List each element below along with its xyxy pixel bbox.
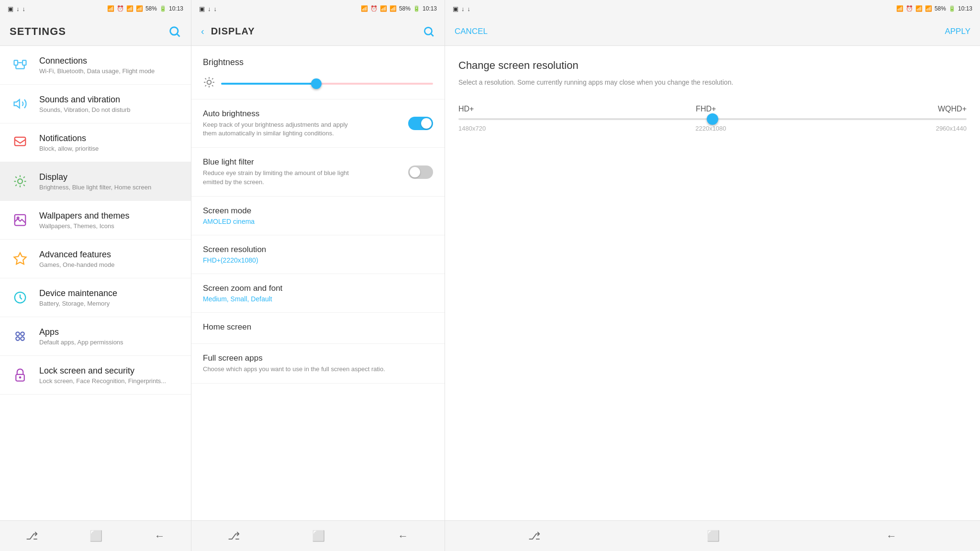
resolution-labels: HD+ FHD+ WQHD+: [458, 105, 967, 113]
screen-resolution-item[interactable]: Screen resolution FHD+(2220x1080): [191, 235, 445, 274]
display-title: Display: [39, 172, 151, 182]
maintenance-icon-wrapper: [10, 287, 31, 308]
screen-zoom-value: Medium, Small, Default: [203, 295, 433, 303]
brightness-slider-thumb[interactable]: [311, 78, 322, 89]
svg-point-12: [16, 337, 20, 341]
res-value-fhd: 2220x1080: [695, 125, 726, 132]
bluetooth-icon: 📶: [107, 5, 114, 12]
signal-icon-m: 📶: [390, 5, 397, 12]
sim-icon-r: ▣: [453, 5, 458, 12]
home-icon-r[interactable]: ⬜: [707, 530, 720, 542]
settings-panel: ▣ ↓ ↓ 📶 ⏰ 📶 📶 58% 🔋 10:13 SETTINGS: [0, 0, 191, 551]
battery-icon-right: 🔋: [948, 5, 956, 12]
svg-point-16: [424, 27, 432, 34]
wallpapers-subtitle: Wallpapers, Themes, Icons: [39, 222, 129, 230]
home-screen-item[interactable]: Home screen: [191, 313, 445, 344]
sidebar-item-wallpapers[interactable]: Wallpapers and themes Wallpapers, Themes…: [0, 201, 191, 240]
settings-title: SETTINGS: [10, 25, 168, 38]
svg-rect-5: [15, 137, 26, 146]
apply-button[interactable]: APPLY: [945, 27, 970, 36]
screen-zoom-item[interactable]: Screen zoom and font Medium, Small, Defa…: [191, 274, 445, 313]
brightness-low-icon: [203, 76, 215, 91]
alarm-icon-m: ⏰: [370, 5, 378, 12]
sounds-text: Sounds and vibration Sounds, Vibration, …: [39, 95, 131, 113]
resolution-title: Change screen resolution: [458, 59, 967, 72]
time-right: 10:13: [958, 5, 972, 12]
sidebar-item-display[interactable]: Display Brightness, Blue light filter, H…: [0, 162, 191, 201]
home-screen-title: Home screen: [203, 322, 433, 332]
recent-apps-icon-r[interactable]: ⎇: [528, 530, 540, 542]
display-title-header: DISPLAY: [211, 26, 423, 37]
upload-icon-m: ↓: [214, 5, 217, 12]
blue-light-toggle[interactable]: [408, 165, 433, 179]
svg-line-1: [177, 34, 179, 36]
resolution-slider-thumb[interactable]: [707, 113, 718, 125]
brightness-slider[interactable]: [221, 83, 433, 85]
resolution-content: Change screen resolution Select a resolu…: [445, 46, 980, 520]
svg-marker-4: [14, 99, 20, 108]
blue-light-item[interactable]: Blue light filter Reduce eye strain by l…: [191, 148, 445, 196]
settings-header-actions: [168, 25, 181, 38]
back-icon-m[interactable]: ←: [398, 530, 408, 542]
wallpapers-text: Wallpapers and themes Wallpapers, Themes…: [39, 211, 129, 230]
display-text: Display Brightness, Blue light filter, H…: [39, 172, 151, 191]
status-bar-middle: ▣ ↓ ↓ 📶 ⏰ 📶 📶 58% 🔋 10:13: [191, 0, 445, 17]
back-icon[interactable]: ←: [155, 530, 165, 542]
res-value-wqhd: 2960x1440: [936, 125, 967, 132]
maintenance-subtitle: Battery, Storage, Memory: [39, 300, 117, 307]
sidebar-item-lockscreen[interactable]: Lock screen and security Lock screen, Fa…: [0, 356, 191, 395]
battery-middle: 58%: [399, 5, 411, 12]
search-icon-display[interactable]: [423, 25, 435, 38]
maintenance-text: Device maintenance Battery, Storage, Mem…: [39, 288, 117, 307]
home-icon[interactable]: ⬜: [89, 530, 102, 542]
display-panel: ▣ ↓ ↓ 📶 ⏰ 📶 📶 58% 🔋 10:13 ‹ DISPLAY Brig…: [191, 0, 445, 551]
back-icon-r[interactable]: ←: [886, 530, 897, 542]
connections-text: Connections Wi-Fi, Bluetooth, Data usage…: [39, 56, 155, 75]
recent-apps-icon[interactable]: ⎇: [26, 530, 38, 542]
sidebar-item-notifications[interactable]: Notifications Block, allow, prioritise: [0, 123, 191, 162]
home-icon-m[interactable]: ⬜: [312, 530, 325, 542]
bottom-nav-right: ⎇ ⬜ ←: [445, 520, 980, 551]
download-icon-m: ↓: [208, 5, 211, 12]
sound-icon-wrapper: [10, 93, 31, 114]
svg-point-15: [20, 377, 21, 378]
back-button[interactable]: ‹: [201, 26, 204, 37]
status-left-right: ▣ ↓ ↓: [453, 5, 470, 12]
resolution-slider[interactable]: [458, 118, 967, 120]
screen-resolution-title: Screen resolution: [203, 245, 433, 254]
cancel-button[interactable]: CANCEL: [455, 27, 488, 36]
recent-apps-icon-m[interactable]: ⎇: [228, 530, 240, 542]
screen-zoom-title: Screen zoom and font: [203, 284, 433, 293]
status-right-info: 📶 ⏰ 📶 📶 58% 🔋 10:13: [107, 5, 183, 12]
wifi-icon: 📶: [126, 5, 134, 12]
auto-brightness-toggle[interactable]: [408, 117, 433, 130]
auto-brightness-item[interactable]: Auto brightness Keep track of your brigh…: [191, 99, 445, 148]
settings-list: Connections Wi-Fi, Bluetooth, Data usage…: [0, 46, 191, 520]
blue-light-text: Blue light filter Reduce eye strain by l…: [203, 157, 356, 186]
signal-icon: 📶: [136, 5, 143, 12]
connections-subtitle: Wi-Fi, Bluetooth, Data usage, Flight mod…: [39, 67, 155, 75]
full-screen-item[interactable]: Full screen apps Choose which apps you w…: [191, 344, 445, 384]
display-header: ‹ DISPLAY: [191, 17, 445, 46]
brightness-section: Brightness: [191, 46, 445, 99]
sidebar-item-maintenance[interactable]: Device maintenance Battery, Storage, Mem…: [0, 278, 191, 317]
sidebar-item-sounds[interactable]: Sounds and vibration Sounds, Vibration, …: [0, 85, 191, 123]
upload-icon-r: ↓: [468, 5, 471, 12]
screen-mode-item[interactable]: Screen mode AMOLED cinema: [191, 197, 445, 235]
sidebar-item-apps[interactable]: Apps Default apps, App permissions: [0, 317, 191, 356]
brightness-title: Brightness: [203, 57, 433, 67]
auto-brightness-toggle-thumb: [421, 118, 432, 129]
search-icon[interactable]: [168, 25, 181, 38]
sidebar-item-connections[interactable]: Connections Wi-Fi, Bluetooth, Data usage…: [0, 46, 191, 85]
battery-icon-middle: 🔋: [413, 5, 420, 12]
wallpapers-title: Wallpapers and themes: [39, 211, 129, 221]
svg-rect-3: [22, 60, 26, 65]
status-right-middle: 📶 ⏰ 📶 📶 58% 🔋 10:13: [361, 5, 437, 12]
alarm-icon: ⏰: [117, 5, 124, 12]
resolution-values: 1480x720 2220x1080 2960x1440: [458, 125, 967, 132]
sidebar-item-advanced[interactable]: Advanced features Games, One-handed mode: [0, 240, 191, 278]
status-right-right: 📶 ⏰ 📶 📶 58% 🔋 10:13: [896, 5, 972, 12]
resolution-panel: ▣ ↓ ↓ 📶 ⏰ 📶 📶 58% 🔋 10:13 CANCEL APPLY C…: [445, 0, 980, 551]
svg-point-8: [17, 217, 19, 219]
connections-icon-wrapper: [10, 55, 31, 76]
